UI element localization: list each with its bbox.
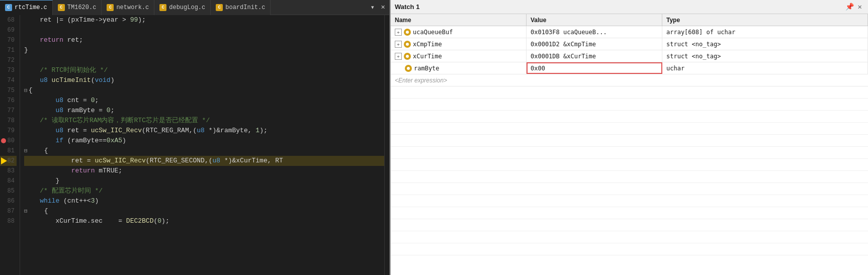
watch-col-type: Type xyxy=(662,14,868,26)
watch-empty-row-12 xyxy=(391,219,868,231)
tab-label-boardinit: boardInit.c xyxy=(225,4,265,11)
line-77: 77 xyxy=(0,106,17,116)
watch-cell-name-ucaqueuebuf: + ucaQueueBuf xyxy=(391,26,527,38)
tab-label-tm1620: TM1620.c xyxy=(67,4,97,11)
watch-header: Watch 1 📌 ✕ xyxy=(391,0,868,14)
line-74: 74 xyxy=(0,75,17,85)
tab-rtctime[interactable]: C rtcTime.c xyxy=(0,0,53,15)
watch-row-xcmptime[interactable]: + xCmpTime 0x0001D2 &xCmpTime struct <no… xyxy=(391,38,868,50)
tab-icon-tm1620: C xyxy=(58,4,65,11)
tab-list-button[interactable]: ▾ xyxy=(368,3,377,12)
tab-network[interactable]: C network.c xyxy=(102,0,154,15)
code-line-74: u8 ucTimeInit(void) xyxy=(24,75,384,85)
line-70: 70 xyxy=(0,35,17,45)
line-75: 75 xyxy=(0,85,17,96)
watch-row-ucaqueuebuf[interactable]: + ucaQueueBuf 0x0103F8 ucaQueueB... arra… xyxy=(391,26,868,38)
line-88: 88 xyxy=(0,216,17,226)
code-line-87: ⊟ { xyxy=(24,206,384,216)
code-line-71: } xyxy=(24,45,384,55)
watch-empty-row-4 xyxy=(391,123,868,135)
watch-col-name: Name xyxy=(391,14,527,26)
tab-boardinit[interactable]: C boardInit.c xyxy=(211,0,271,15)
watch-cell-name-xcurtime: + xCurTime xyxy=(391,50,527,62)
code-line-84: } xyxy=(24,176,384,186)
var-icon-xcurtime xyxy=(404,53,411,60)
code-lines-container: ret |= (pxTime->year > 99); return ret; … xyxy=(20,15,384,275)
tab-icon-network: C xyxy=(107,4,114,11)
line-69: 69 xyxy=(0,25,17,35)
code-line-79: u8 ret = ucSw_IIC_Recv(RTC_REG_RAM,(u8 *… xyxy=(24,126,384,136)
watch-empty-row-2 xyxy=(391,99,868,111)
line-73: 73 xyxy=(0,65,17,75)
watch-row-rambyte[interactable]: ramByte 0x00 uchar xyxy=(391,62,868,74)
tab-controls: ▾ ✕ xyxy=(368,3,389,12)
code-line-73: /* RTC时间初始化 */ xyxy=(24,65,384,75)
tab-bar: C rtcTime.c C TM1620.c C network.c C deb… xyxy=(0,0,389,15)
watch-panel: Watch 1 📌 ✕ Name Value Type + ucaQueueBu… xyxy=(390,0,868,275)
watch-cell-type-rambyte: uchar xyxy=(662,62,868,74)
tab-debuglog[interactable]: C debugLog.c xyxy=(154,0,211,15)
code-line-85: /* 配置芯片时间 */ xyxy=(24,186,384,196)
line-78: 78 xyxy=(0,116,17,126)
line-81: 81 xyxy=(0,146,17,156)
line-80[interactable]: 80 xyxy=(0,136,17,146)
watch-empty-row-11 xyxy=(391,207,868,219)
watch-empty-row-6 xyxy=(391,147,868,159)
code-line-82: ret = ucSw_IIC_Recv(RTC_REG_SECOND,(u8 *… xyxy=(24,156,384,166)
watch-cell-name-xcmptime: + xCmpTime xyxy=(391,38,527,50)
var-name-rambyte: ramByte xyxy=(414,65,440,72)
enter-expression-label: <Enter expression> xyxy=(395,77,447,84)
watch-cell-type-xcmptime: struct <no_tag> xyxy=(662,38,868,50)
tab-icon-debuglog: C xyxy=(159,4,166,11)
var-name-ucaqueuebuf: ucaQueueBuf xyxy=(413,29,453,36)
watch-close-button[interactable]: ✕ xyxy=(856,2,864,12)
code-line-77: u8 ramByte = 0; xyxy=(24,106,384,116)
var-name-xcmptime: xCmpTime xyxy=(413,41,442,48)
line-71: 71 xyxy=(0,45,17,55)
watch-pin-button[interactable]: 📌 xyxy=(843,2,856,12)
line-84: 84 xyxy=(0,176,17,186)
code-line-86: while (cnt++<3) xyxy=(24,196,384,206)
line-83: 83 xyxy=(0,166,17,176)
watch-empty-row-10 xyxy=(391,195,868,207)
watch-empty-area xyxy=(391,86,868,275)
watch-cell-value-ucaqueuebuf: 0x0103F8 ucaQueueB... xyxy=(527,26,662,38)
code-line-70: return ret; xyxy=(24,35,384,45)
tab-icon-boardinit: C xyxy=(216,4,223,11)
line-86: 86 xyxy=(0,196,17,206)
code-line-80: if (ramByte==0xA5) xyxy=(24,136,384,146)
line-72: 72 xyxy=(0,55,17,65)
code-line-78: /* 读取RTC芯片RAM内容，判断RTC芯片是否已经配置 */ xyxy=(24,116,384,126)
enter-expression-row[interactable]: <Enter expression> xyxy=(391,74,868,86)
watch-cell-value-rambyte[interactable]: 0x00 xyxy=(527,62,662,74)
code-line-68: ret |= (pxTime->year > 99); xyxy=(24,15,384,25)
watch-empty-row-5 xyxy=(391,135,868,147)
watch-empty-row-13 xyxy=(391,231,868,243)
tab-label-network: network.c xyxy=(116,4,149,11)
watch-empty-row-14 xyxy=(391,243,868,255)
expand-icon-xcurtime[interactable]: + xyxy=(395,53,402,60)
line-68: 68 xyxy=(0,15,17,25)
code-line-76: u8 cnt = 0; xyxy=(24,96,384,106)
watch-table: Name Value Type + ucaQueueBuf 0x0103F8 u… xyxy=(391,14,868,275)
close-tab-button[interactable]: ✕ xyxy=(378,3,387,12)
code-line-88: xCurTime.sec = DEC2BCD(0); xyxy=(24,216,384,226)
expand-icon-xcmptime[interactable]: + xyxy=(395,41,402,48)
code-line-81: ⊟ { xyxy=(24,146,384,156)
code-area: 68 69 70 71 72 73 74 75 76 77 78 79 80 8… xyxy=(0,15,389,275)
watch-row-xcurtime[interactable]: + xCurTime 0x0001DB &xCurTime struct <no… xyxy=(391,50,868,62)
code-line-83: return mTRUE; xyxy=(24,166,384,176)
vertical-scrollbar[interactable] xyxy=(384,15,389,275)
expand-icon-ucaqueuebuf[interactable]: + xyxy=(395,29,402,36)
var-icon-ucaqueuebuf xyxy=(404,29,411,36)
tab-icon-rtctime: C xyxy=(5,4,12,11)
code-line-75: ⊟{ xyxy=(24,85,384,96)
line-76: 76 xyxy=(0,96,17,106)
watch-title: Watch 1 xyxy=(395,3,843,11)
code-line-72 xyxy=(24,55,384,65)
line-82: 82 xyxy=(0,156,17,166)
watch-cell-value-xcmptime: 0x0001D2 &xCmpTime xyxy=(527,38,662,50)
line-79: 79 xyxy=(0,126,17,136)
tab-tm1620[interactable]: C TM1620.c xyxy=(53,0,102,15)
var-icon-xcmptime xyxy=(404,41,411,48)
